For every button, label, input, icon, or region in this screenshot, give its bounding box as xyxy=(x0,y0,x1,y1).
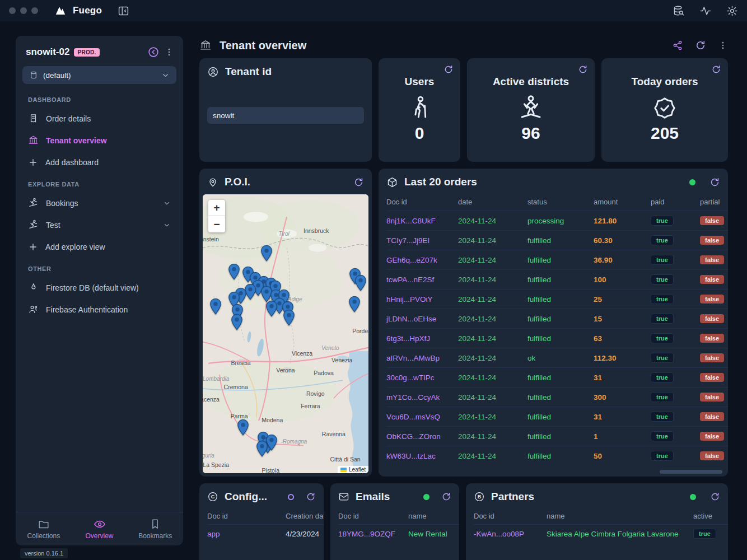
table-row[interactable]: 18YMG...9OZQF New Rental xyxy=(338,524,459,543)
order-doc-id[interactable]: 8nj1K...C8UkF xyxy=(386,217,458,225)
sidebar-item-add-dashboard[interactable]: Add dashboard xyxy=(22,151,176,173)
activity-icon[interactable] xyxy=(699,5,711,17)
map-pin[interactable] xyxy=(231,314,242,331)
map-pin[interactable] xyxy=(283,310,295,326)
refresh-icon[interactable] xyxy=(443,64,454,74)
table-row[interactable]: aIRVn...AMwBp2024-11-24ok112.30truefalse xyxy=(386,348,728,367)
order-doc-id[interactable]: 6tg3t...HpXfJ xyxy=(386,334,458,343)
table-row[interactable]: hHnij...PVOiY2024-11-24fulfilled25truefa… xyxy=(386,289,728,309)
sidebar-item-order-details[interactable]: Order details xyxy=(22,108,176,129)
table-row[interactable]: 6tg3t...HpXfJ2024-11-24fulfilled63truefa… xyxy=(386,328,728,348)
column-header[interactable]: date xyxy=(458,198,527,206)
column-header[interactable]: Doc id xyxy=(386,198,458,206)
database-selector[interactable]: (default) xyxy=(22,66,176,84)
tab-bookmarks[interactable]: Bookmarks xyxy=(127,512,183,545)
map-attribution[interactable]: Leaflet xyxy=(338,466,368,473)
order-doc-id[interactable]: aIRVn...AMwBp xyxy=(386,354,458,362)
zoom-in-button[interactable]: + xyxy=(208,200,225,216)
map-pin[interactable] xyxy=(210,298,222,315)
page-menu-kebab-icon[interactable] xyxy=(718,40,728,50)
project-menu-kebab-icon[interactable] xyxy=(164,47,174,57)
order-doc-id[interactable]: TCIy7...Jj9EI xyxy=(386,236,458,245)
database-search-icon[interactable] xyxy=(673,5,684,17)
column-header[interactable]: partial xyxy=(700,198,728,206)
sidebar-item-tenant-overview[interactable]: Tenant overview xyxy=(22,129,176,151)
window-close-button[interactable] xyxy=(9,7,16,14)
order-doc-id[interactable]: Vcu6D...msVsQ xyxy=(386,413,458,421)
column-header[interactable]: Doc id xyxy=(338,512,408,520)
map-pin[interactable] xyxy=(260,245,272,262)
table-row[interactable]: ObKCG...ZOron2024-11-24fulfilled1truefal… xyxy=(386,426,728,446)
window-zoom-button[interactable] xyxy=(31,7,38,14)
order-doc-id[interactable]: jLDhN...oEHse xyxy=(386,315,458,323)
refresh-icon[interactable] xyxy=(353,177,364,188)
sidebar-item-firebase-authentication[interactable]: Firebase Authentication xyxy=(22,298,176,320)
sidebar-item-bookings[interactable]: Bookings xyxy=(22,192,176,214)
order-doc-id[interactable]: tcwPA...nE2Sf xyxy=(386,276,458,284)
map-label: Modena xyxy=(262,417,283,423)
table-row[interactable]: 30c0g...wTIPc2024-11-24fulfilled31truefa… xyxy=(386,367,728,387)
map-label: Liguria xyxy=(203,452,214,458)
partner-doc-id[interactable]: -KwAn...oo08P xyxy=(474,530,547,538)
column-header[interactable]: Doc id xyxy=(207,512,286,520)
order-doc-id[interactable]: GEh6q...eZ07k xyxy=(386,256,458,264)
table-row[interactable]: app 4/23/2024 xyxy=(207,524,324,543)
order-doc-id[interactable]: mY1Co...CcyAk xyxy=(386,393,458,402)
order-doc-id[interactable]: 30c0g...wTIPc xyxy=(386,374,458,382)
config-doc-id[interactable]: app xyxy=(207,530,286,538)
map-pin[interactable] xyxy=(355,274,367,291)
table-row[interactable]: GEh6q...eZ07k2024-11-24fulfilled36.90tru… xyxy=(386,250,728,269)
map-pin[interactable] xyxy=(266,301,278,318)
order-date: 2024-11-24 xyxy=(458,452,527,460)
refresh-icon[interactable] xyxy=(695,40,706,51)
order-doc-id[interactable]: ObKCG...ZOron xyxy=(386,432,458,441)
window-controls[interactable] xyxy=(9,7,38,14)
zoom-out-button[interactable]: − xyxy=(208,216,225,232)
refresh-icon[interactable] xyxy=(306,492,316,502)
map-canvas[interactable]: + − Leaflet InnsbruckTirolensteinTrentin… xyxy=(203,194,368,473)
order-doc-id[interactable]: hHnij...PVOiY xyxy=(386,295,458,304)
column-header[interactable]: amount xyxy=(594,198,651,206)
table-row[interactable]: kW63U...tzLac2024-11-24fulfilled50truefa… xyxy=(386,446,728,465)
refresh-icon[interactable] xyxy=(709,177,720,188)
settings-gear-icon[interactable] xyxy=(726,5,738,17)
sidebar-toggle-icon[interactable] xyxy=(118,5,129,17)
today-orders-card: Today orders 205 xyxy=(601,58,728,162)
column-header[interactable]: name xyxy=(408,512,459,520)
map-pin[interactable] xyxy=(349,296,361,313)
table-row[interactable]: mY1Co...CcyAk2024-11-24fulfilled300truef… xyxy=(386,387,728,407)
map-pin[interactable] xyxy=(256,441,268,458)
leaflet-link[interactable]: Leaflet xyxy=(349,466,366,473)
table-row[interactable]: Vcu6D...msVsQ2024-11-24fulfilled31truefa… xyxy=(386,407,728,426)
tab-overview[interactable]: Overview xyxy=(72,512,128,545)
back-icon[interactable] xyxy=(147,46,160,58)
table-row[interactable]: jLDhN...oEHse2024-11-24fulfilled15truefa… xyxy=(386,309,728,328)
share-icon[interactable] xyxy=(672,40,683,51)
refresh-icon[interactable] xyxy=(710,492,720,502)
sidebar-item-firestore-db[interactable]: Firestore DB (default view) xyxy=(22,277,176,298)
table-row[interactable]: -KwAn...oo08P Skiarea Alpe Cimbra Folgar… xyxy=(474,524,728,543)
column-header[interactable]: Doc id xyxy=(474,512,547,520)
sidebar-item-test[interactable]: Test xyxy=(22,214,176,236)
column-header[interactable]: paid xyxy=(651,198,700,206)
column-header[interactable]: Creation date xyxy=(286,512,324,520)
refresh-icon[interactable] xyxy=(441,492,451,502)
order-doc-id[interactable]: kW63U...tzLac xyxy=(386,452,458,460)
column-header[interactable]: name xyxy=(547,512,693,520)
refresh-icon[interactable] xyxy=(711,64,721,74)
map-pin[interactable] xyxy=(228,263,240,280)
table-row[interactable]: 8nj1K...C8UkF2024-11-24processing121.80t… xyxy=(386,211,728,230)
tab-collections[interactable]: Collections xyxy=(16,512,72,545)
window-minimize-button[interactable] xyxy=(20,7,27,14)
refresh-icon[interactable] xyxy=(578,64,588,74)
column-header[interactable]: status xyxy=(527,198,594,206)
table-row[interactable]: tcwPA...nE2Sf2024-11-24fulfilled100truef… xyxy=(386,269,728,289)
tenant-id-input[interactable] xyxy=(207,107,364,124)
table-row[interactable]: TCIy7...Jj9EI2024-11-24fulfilled60.30tru… xyxy=(386,230,728,250)
horizontal-scrollbar[interactable] xyxy=(660,470,722,474)
map-pin[interactable] xyxy=(237,419,249,436)
email-doc-id[interactable]: 18YMG...9OZQF xyxy=(338,530,408,538)
column-header[interactable]: active xyxy=(693,512,728,520)
paid-badge: true xyxy=(651,392,674,402)
sidebar-item-add-explore-view[interactable]: Add explore view xyxy=(22,236,176,258)
